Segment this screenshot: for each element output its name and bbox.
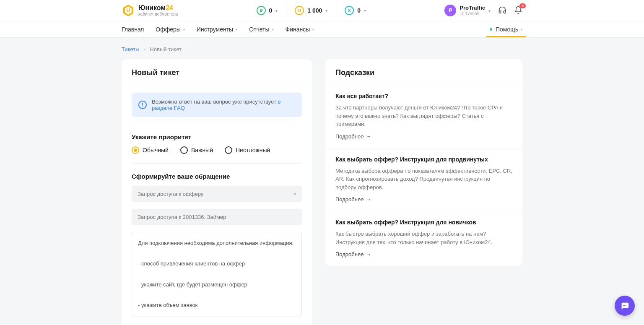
chevron-down-icon: ▾ — [272, 28, 274, 31]
user-block: P ProTraffic id: 179958 ▾ 5 — [444, 5, 522, 16]
request-type-select[interactable]: Запрос доступа к офферу ▾ — [132, 186, 302, 202]
svg-point-3 — [626, 305, 626, 306]
nav-home[interactable]: Главная — [122, 21, 144, 37]
svg-point-1 — [623, 305, 624, 306]
priority-group: Обычный Важный Неотложный — [132, 146, 302, 154]
balance-bonus[interactable]: S 0 ▾ — [345, 6, 366, 15]
hints-heading: Подсказки — [325, 59, 522, 85]
hints-card: Подсказки Как все работает? За что партн… — [325, 59, 522, 266]
hint-title: Как выбрать оффер? Инструкция для новичк… — [335, 219, 512, 226]
nav-help[interactable]: Помощь▾ — [490, 21, 522, 37]
logo-icon: U — [122, 4, 135, 17]
new-ticket-card: Новый тикет ! Возможно ответ на ваш вопр… — [122, 59, 312, 325]
chevron-down-icon: ▾ — [236, 28, 237, 31]
nav-offers[interactable]: Офферы▾ — [156, 21, 185, 37]
svg-text:U: U — [127, 8, 130, 13]
user-name: ProTraffic — [460, 5, 485, 11]
hint-item: Как выбрать оффер? Инструкция для новичк… — [325, 211, 522, 266]
navbar: Главная Офферы▾ Инструменты▾ Отчеты▾ Фин… — [0, 21, 644, 38]
balances: ₽ 0 ▾ U 1 000 ▾ S 0 ▾ — [257, 6, 366, 15]
nav-tools[interactable]: Инструменты▾ — [197, 21, 237, 37]
chevron-down-icon: ▾ — [312, 28, 314, 31]
hint-title: Как все работает? — [335, 93, 512, 99]
topbar: U Юником24 кабинет вебмастера ₽ 0 ▾ U 1 … — [0, 0, 644, 21]
support-icon[interactable] — [498, 6, 506, 16]
hint-item: Как выбрать оффер? Инструкция для продви… — [325, 148, 522, 212]
balance-rub[interactable]: ₽ 0 ▾ — [257, 6, 278, 15]
breadcrumb: Тикеты ● Новый тикет — [122, 38, 522, 59]
chevron-down-icon: ▾ — [364, 8, 366, 13]
svg-point-2 — [624, 305, 625, 306]
chevron-down-icon: ▾ — [488, 8, 491, 13]
hint-title: Как выбрать оффер? Инструкция для продви… — [335, 156, 512, 163]
bonus-icon: S — [345, 6, 354, 15]
ruble-icon: ₽ — [257, 6, 266, 15]
balance-points[interactable]: U 1 000 ▾ — [295, 6, 327, 15]
user-id: id: 179958 — [460, 11, 485, 16]
ticket-heading: Новый тикет — [122, 59, 312, 85]
priority-normal[interactable]: Обычный — [132, 146, 169, 154]
chevron-down-icon: ▾ — [275, 8, 278, 13]
chevron-down-icon: ▾ — [521, 28, 522, 31]
message-textarea[interactable]: Для подключения необходима дополнительна… — [132, 232, 302, 317]
points-icon: U — [295, 6, 304, 15]
hint-text: Методика выбора оффера по показателям эф… — [335, 167, 512, 192]
priority-label: Укажите приоритет — [132, 133, 302, 140]
chevron-down-icon: ▾ — [183, 28, 185, 31]
priority-important[interactable]: Важный — [180, 146, 213, 154]
arrow-right-icon: → — [366, 252, 371, 257]
breadcrumb-current: Новый тикет — [150, 46, 182, 52]
hint-more-link[interactable]: Подробнее→ — [335, 196, 512, 203]
hint-item: Как все работает? За что партнеры получа… — [325, 85, 522, 148]
notifications-icon[interactable]: 5 — [514, 6, 522, 16]
nav-finance[interactable]: Финансы▾ — [286, 21, 314, 37]
logo[interactable]: U Юником24 кабинет вебмастера — [122, 4, 178, 17]
arrow-right-icon: → — [366, 133, 371, 139]
subject-input[interactable]: Запрос доступа к 2001336: Займер — [132, 209, 302, 225]
notification-badge: 5 — [519, 3, 526, 8]
hint-text: Как быстро выбрать хороший оффер и зараб… — [335, 230, 512, 246]
nav-reports[interactable]: Отчеты▾ — [249, 21, 273, 37]
status-dot-icon — [490, 28, 492, 31]
logo-subtitle: кабинет вебмастера — [138, 12, 178, 16]
chat-icon — [620, 301, 629, 310]
chevron-down-icon: ▾ — [294, 192, 296, 196]
hint-more-link[interactable]: Подробнее→ — [335, 251, 512, 257]
avatar: P — [444, 5, 456, 16]
user-menu[interactable]: P ProTraffic id: 179958 ▾ — [444, 5, 491, 16]
priority-urgent[interactable]: Неотложный — [225, 146, 270, 154]
breadcrumb-tickets[interactable]: Тикеты — [122, 46, 140, 52]
info-icon: ! — [138, 101, 147, 109]
hint-text: За что партнеры получают деньги от Юнико… — [335, 104, 512, 128]
arrow-right-icon: → — [366, 197, 371, 203]
faq-alert: ! Возможно ответ на ваш вопрос уже прису… — [132, 93, 302, 117]
chevron-down-icon: ▾ — [325, 8, 327, 13]
chat-fab[interactable] — [615, 296, 635, 316]
hint-more-link[interactable]: Подробнее→ — [335, 133, 512, 140]
logo-title: Юником24 — [138, 5, 178, 11]
form-label: Сформируйте ваше обращение — [132, 173, 302, 180]
